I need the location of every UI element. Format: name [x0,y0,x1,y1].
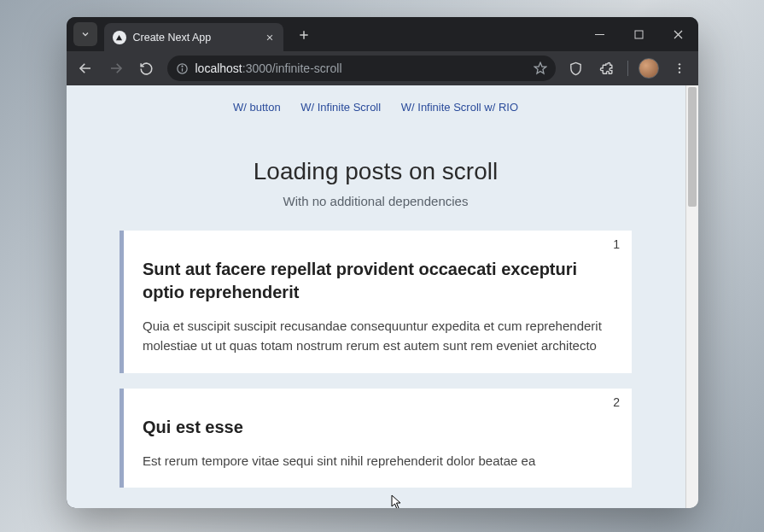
minimize-icon [595,30,604,39]
browser-window: Create Next App [67,17,698,508]
window-minimize-button[interactable] [580,17,620,51]
tab-favicon [113,31,126,44]
svg-marker-13 [534,62,545,73]
browser-toolbar: localhost:3000/infinite-scroll [67,51,698,85]
arrow-left-icon [78,61,93,76]
posts-list: 1 Sunt aut facere repellat provident occ… [120,231,632,488]
arrow-right-icon [108,61,124,76]
avatar [639,58,659,79]
nav-link-infinite-scroll[interactable]: W/ Infinite Scroll [300,101,381,114]
post-title: Qui est esse [143,416,613,439]
page-content[interactable]: W/ button W/ Infinite Scroll W/ Infinite… [67,85,685,508]
info-icon [176,62,189,75]
reload-button[interactable] [133,55,160,82]
post-title: Sunt aut facere repellat provident occae… [143,258,613,304]
browser-menu-button[interactable] [666,55,693,82]
scrollbar-thumb[interactable] [688,87,697,207]
window-close-button[interactable] [659,17,698,51]
svg-point-15 [678,67,679,69]
reload-icon [139,61,154,76]
tab-strip: Create Next App [67,17,698,51]
svg-point-12 [182,66,183,67]
nav-link-infinite-scroll-rio[interactable]: W/ Infinite Scroll w/ RIO [401,101,518,114]
page-nav: W/ button W/ Infinite Scroll W/ Infinite… [67,85,685,122]
kebab-icon [673,61,686,75]
maximize-icon [634,30,644,39]
extensions-button[interactable] [593,55,621,82]
svg-rect-5 [635,31,643,38]
star-icon [534,61,547,75]
search-tabs-button[interactable] [73,22,97,46]
window-maximize-button[interactable] [620,17,659,51]
nav-link-button[interactable]: W/ button [233,101,281,114]
post-card: 2 Qui est esse Est rerum tempore vitae s… [120,389,632,488]
post-body: Est rerum tempore vitae sequi sint nihil… [143,451,613,471]
close-icon [674,30,683,39]
tab-close-button[interactable] [263,31,277,44]
page-viewport: W/ button W/ Infinite Scroll W/ Infinite… [67,85,698,508]
back-button[interactable] [72,55,99,82]
scrollbar[interactable] [685,85,698,508]
svg-point-16 [678,71,679,73]
window-controls [580,17,698,51]
post-number: 2 [613,395,620,409]
triangle-icon [115,34,123,42]
puzzle-icon [599,61,614,76]
site-info-button[interactable] [176,62,189,75]
toolbar-separator [627,61,628,76]
post-card: 1 Sunt aut facere repellat provident occ… [120,231,632,373]
plus-icon [298,29,310,41]
tab-title: Create Next App [133,32,212,44]
chevron-down-icon [80,29,90,39]
new-tab-button[interactable] [292,23,316,47]
url-text: localhost:3000/infinite-scroll [195,61,527,75]
page-title: Loading posts on scroll [67,158,685,185]
bookmark-button[interactable] [534,61,547,75]
page-subtitle: With no additional dependencies [67,194,685,208]
shield-button[interactable] [563,55,590,82]
svg-point-14 [678,63,679,65]
shield-icon [569,61,583,76]
url-path: :3000/infinite-scroll [242,61,342,75]
url-host: localhost [195,61,242,75]
browser-tab[interactable]: Create Next App [104,23,283,52]
post-number: 1 [613,237,620,251]
profile-button[interactable] [635,55,662,82]
close-icon [265,33,274,42]
post-body: Quia et suscipit suscipit recusandae con… [143,316,613,356]
address-bar[interactable]: localhost:3000/infinite-scroll [167,56,556,81]
forward-button[interactable] [102,55,130,82]
